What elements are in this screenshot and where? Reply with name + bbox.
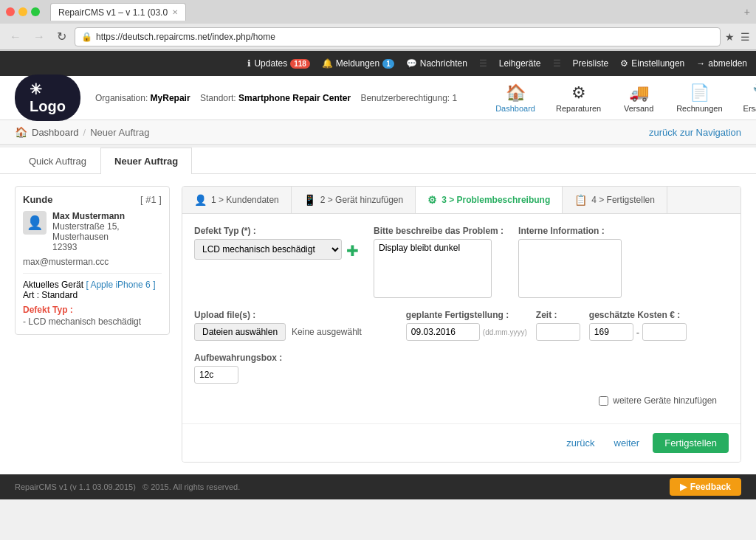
- dashboard-icon: 🏠: [506, 83, 526, 103]
- page-header: ✳ Logo Organisation: MyRepair Standort: …: [0, 76, 756, 120]
- leihgeraete-nav-item[interactable]: Leihgeräte: [499, 58, 541, 69]
- menu-icon[interactable]: ☰: [740, 31, 750, 43]
- step-tab-2[interactable]: 📱 2 > Gerät hinzufügen: [292, 187, 416, 213]
- einstellungen-label: Einstellungen: [631, 58, 684, 69]
- nachrichten-icon: 💬: [406, 58, 417, 69]
- einstellungen-nav-item[interactable]: ⚙ Einstellungen: [620, 58, 684, 69]
- new-tab-icon[interactable]: +: [744, 6, 750, 18]
- nav-rechnungen-label: Rechnungen: [676, 104, 722, 113]
- step3-label: 3 > Problembeschreibung: [441, 195, 550, 205]
- logo-text: ✳ Logo: [30, 80, 66, 115]
- nav-ersatzteile-label: Ersatzteile: [743, 104, 756, 113]
- nav-reparaturen[interactable]: ⚙ Reparaturen: [547, 79, 610, 117]
- breadcrumb-sep: /: [83, 127, 86, 138]
- main-navigation: 🏠 Dashboard ⚙ Reparaturen 🚚 Versand 📄 Re…: [487, 79, 756, 117]
- add-defekt-icon[interactable]: ✚: [346, 242, 359, 260]
- nav-ersatzteile[interactable]: 🔧 Ersatzteile: [735, 79, 756, 117]
- nav-dashboard[interactable]: 🏠 Dashboard: [487, 79, 544, 117]
- preisliste-label: Preisliste: [573, 58, 609, 69]
- cost-input[interactable]: [589, 323, 633, 341]
- storage-input[interactable]: [194, 366, 238, 384]
- next-button[interactable]: weiter: [608, 433, 646, 453]
- customer-address: Musterstraße 15, Musterhausen: [52, 221, 162, 242]
- breadcrumb: 🏠 Dashboard / Neuer Auftrag: [15, 126, 149, 138]
- problem-textarea[interactable]: Display bleibt dunkel: [374, 239, 492, 298]
- einstellungen-icon: ⚙: [620, 58, 628, 69]
- preisliste-nav-item[interactable]: Preisliste: [573, 58, 609, 69]
- step1-icon: 👤: [194, 194, 207, 206]
- step1-label: 1 > Kundendaten: [211, 195, 279, 205]
- address-text: https://deutsch.repaircms.net/index.php/…: [96, 32, 714, 42]
- meldungen-icon: 🔔: [322, 58, 333, 69]
- feedback-button[interactable]: ▶ Feedback: [670, 478, 741, 496]
- step-tab-3[interactable]: ⚙ 3 > Problembeschreibung: [416, 187, 563, 213]
- refresh-button[interactable]: ↻: [53, 28, 70, 45]
- minimize-button[interactable]: [18, 7, 27, 16]
- file-none-label: Keine ausgewählt: [292, 327, 362, 337]
- main-panel: 👤 1 > Kundendaten 📱 2 > Gerät hinzufügen…: [182, 186, 741, 463]
- avatar: 👤: [23, 211, 47, 235]
- bookmark-icon[interactable]: ★: [725, 31, 735, 43]
- forward-button[interactable]: →: [30, 29, 49, 45]
- meldungen-nav-item[interactable]: 🔔 Meldungen 1: [322, 58, 394, 69]
- nav-versand[interactable]: 🚚 Versand: [613, 79, 664, 117]
- problem-group: Bitte beschreibe das Problem : Display b…: [374, 226, 504, 298]
- step2-icon: 📱: [303, 194, 316, 206]
- leihgeraete-label: Leihgeräte: [499, 58, 541, 69]
- org-label: Organisation:: [95, 93, 148, 103]
- step-tab-1[interactable]: 👤 1 > Kundendaten: [182, 187, 292, 213]
- time-input[interactable]: [536, 323, 580, 341]
- nav-sep1: ☰: [479, 58, 487, 69]
- org-info: Organisation: MyRepair Standort: Smartph…: [95, 93, 457, 103]
- breadcrumb-home[interactable]: Dashboard: [32, 127, 79, 138]
- ersatzteile-icon: 🔧: [752, 83, 756, 103]
- step-tab-4[interactable]: 📋 4 > Fertigstellen: [563, 187, 667, 213]
- defekt-typ-group: Defekt Typ (*) : LCD mechanisch beschädi…: [194, 226, 359, 260]
- back-button[interactable]: ←: [6, 29, 25, 45]
- back-navigation-link[interactable]: zurück zur Navigation: [649, 127, 741, 138]
- device-link[interactable]: [ Apple iPhone 6 ]: [86, 280, 155, 290]
- customer-name: Max Mustermann: [52, 211, 162, 221]
- close-button[interactable]: [6, 7, 15, 16]
- internal-label: Interne Information :: [518, 226, 622, 236]
- address-bar[interactable]: 🔒 https://deutsch.repaircms.net/index.ph…: [75, 27, 721, 46]
- file-choose-button[interactable]: Dateien auswählen: [194, 323, 286, 341]
- step4-icon: 📋: [574, 194, 587, 206]
- tab-neuer-auftrag[interactable]: Neuer Auftrag: [100, 148, 192, 174]
- internal-group: Interne Information :: [518, 226, 622, 298]
- left-panel: Kunde [ #1 ] 👤 Max Mustermann Musterstra…: [15, 186, 170, 463]
- standort-name: Smartphone Repair Center: [238, 93, 351, 103]
- further-devices-checkbox[interactable]: [599, 396, 608, 406]
- updates-nav-item[interactable]: ℹ Updates 118: [247, 58, 309, 69]
- maximize-button[interactable]: [31, 7, 40, 16]
- defect-label: Defekt Typ :: [23, 305, 73, 315]
- file-upload-area: Dateien auswählen Keine ausgewählt: [194, 323, 362, 341]
- nav-rechnungen[interactable]: 📄 Rechnungen: [667, 79, 731, 117]
- abmelden-nav-item[interactable]: → abmelden: [696, 58, 747, 69]
- action-bar: zurück weiter Fertigstellen: [182, 423, 740, 462]
- time-label: Zeit :: [536, 310, 580, 320]
- device-art-label: Art :: [23, 290, 39, 300]
- nav-reparaturen-label: Reparaturen: [556, 104, 601, 113]
- defekt-typ-select[interactable]: LCD mechanisch beschädigt: [194, 239, 342, 260]
- form-area: Defekt Typ (*) : LCD mechanisch beschädi…: [182, 214, 740, 423]
- nachrichten-nav-item[interactable]: 💬 Nachrichten: [406, 58, 467, 69]
- internal-textarea[interactable]: [518, 239, 622, 298]
- cost-input-2[interactable]: [642, 323, 687, 341]
- defect-value: - LCD mechanisch beschädigt: [23, 316, 162, 327]
- customer-label: Kunde: [23, 194, 52, 205]
- defect-type-info: Defekt Typ : - LCD mechanisch beschädigt: [23, 305, 162, 327]
- date-input[interactable]: 09.03.2016: [406, 323, 480, 341]
- finish-button[interactable]: Fertigstellen: [653, 433, 729, 453]
- customer-zip: 12393: [52, 242, 162, 252]
- tab-close-icon[interactable]: ✕: [172, 8, 178, 16]
- browser-tab[interactable]: RepairCMS v1 – v 1.1 (03.0 ✕: [50, 3, 186, 21]
- updates-badge: 118: [290, 59, 310, 69]
- back-button[interactable]: zurück: [560, 433, 600, 453]
- tab-quick-auftrag[interactable]: Quick Auftrag: [15, 148, 100, 174]
- breadcrumb-current: Neuer Auftrag: [90, 127, 149, 138]
- storage-label: Aufbewahrungsbox :: [194, 353, 282, 363]
- reparaturen-icon: ⚙: [571, 83, 586, 103]
- further-devices-area: weitere Geräte hinzufügen: [194, 395, 729, 412]
- abmelden-icon: →: [696, 58, 705, 69]
